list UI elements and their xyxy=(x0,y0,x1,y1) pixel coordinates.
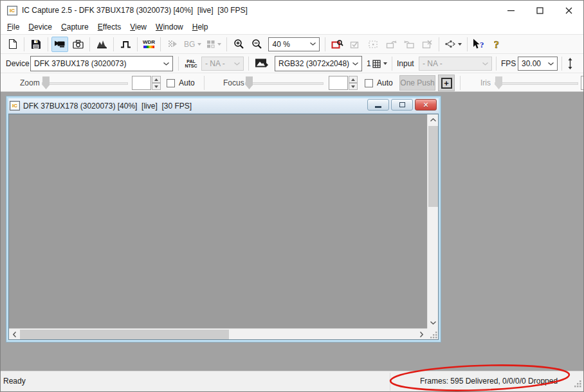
zoom-out-button[interactable] xyxy=(248,37,265,52)
snap-image-button[interactable] xyxy=(69,37,86,52)
zoom-in-button[interactable] xyxy=(230,37,247,52)
menu-view[interactable]: View xyxy=(125,21,151,33)
zoom-auto-checkbox[interactable] xyxy=(167,79,175,87)
separator xyxy=(137,37,138,51)
scroll-left-icon xyxy=(13,332,16,337)
separator xyxy=(204,76,205,90)
new-document-icon xyxy=(8,39,17,49)
focus-slider[interactable] xyxy=(245,75,324,91)
toolbar-resize-handle[interactable] xyxy=(567,58,574,71)
spin-up-button[interactable] xyxy=(349,76,358,83)
zoom-out-icon xyxy=(251,39,262,49)
separator xyxy=(467,37,468,51)
device-combobox[interactable]: DFK 37BUX178 (3020073) xyxy=(30,56,173,71)
horizontal-scroll-thumb[interactable] xyxy=(20,330,229,339)
zoom-level-combobox[interactable]: 40 % xyxy=(268,37,320,51)
window-resize-grip[interactable] xyxy=(574,380,582,390)
chevron-down-icon xyxy=(163,62,169,66)
menu-device[interactable]: Device xyxy=(24,21,57,33)
focus-value-spinner xyxy=(329,76,358,90)
separator xyxy=(561,57,562,71)
separator xyxy=(325,37,325,51)
save-image-button[interactable] xyxy=(28,37,44,52)
horizontal-scrollbar[interactable] xyxy=(9,328,427,339)
chevron-down-icon xyxy=(234,62,240,66)
close-button[interactable] xyxy=(554,1,583,20)
menu-effects[interactable]: Effects xyxy=(93,21,125,33)
menu-window[interactable]: Window xyxy=(151,21,188,33)
save-icon xyxy=(31,39,41,49)
live-display-button[interactable] xyxy=(51,37,68,52)
one-push-plus-button[interactable]: + xyxy=(438,75,455,91)
scroll-right-icon xyxy=(420,332,423,337)
close-icon: ✕ xyxy=(423,102,428,109)
fps-combobox[interactable]: 30.00 xyxy=(518,57,558,71)
child-restore-button[interactable] xyxy=(391,99,413,111)
input-label: Input xyxy=(397,54,414,73)
zoom-slider-thumb[interactable] xyxy=(42,76,50,89)
selection-undo-icon xyxy=(404,40,415,49)
app-icon: IC xyxy=(7,6,17,15)
separator xyxy=(160,37,161,51)
maximize-button[interactable] xyxy=(525,1,554,20)
separator xyxy=(392,57,392,71)
image-settings-button[interactable] xyxy=(253,55,269,71)
separator xyxy=(460,76,461,90)
spin-up-button[interactable] xyxy=(152,76,161,83)
menu-capture[interactable]: Capture xyxy=(57,21,93,33)
histogram-icon xyxy=(96,39,107,49)
scroll-up-icon xyxy=(430,118,436,121)
svg-text:?: ? xyxy=(480,40,484,49)
minimize-button[interactable] xyxy=(497,1,525,20)
child-close-button[interactable]: ✕ xyxy=(415,99,437,111)
scroll-up-button[interactable] xyxy=(428,114,439,125)
new-document-button[interactable] xyxy=(4,37,21,52)
scroll-down-icon xyxy=(430,321,436,325)
child-resize-grip[interactable] xyxy=(427,328,438,339)
context-help-button[interactable]: ? xyxy=(471,37,488,52)
ic-capture-window: IC IC Capture 2.5 - DFK 37BUX178 (302007… xyxy=(0,0,584,392)
zoom-value-field[interactable] xyxy=(132,76,151,90)
selection-undo-button xyxy=(401,37,417,52)
child-minimize-button[interactable] xyxy=(367,99,389,111)
wdr-button[interactable]: WDR xyxy=(141,37,157,52)
spin-down-button[interactable] xyxy=(349,83,358,90)
zoom-slider[interactable] xyxy=(42,75,128,91)
scroll-down-button[interactable] xyxy=(428,317,439,328)
display-options-dropdown-button[interactable] xyxy=(443,37,464,52)
menu-file[interactable]: File xyxy=(3,21,24,33)
focus-slider-thumb[interactable] xyxy=(246,76,253,89)
iris-slider xyxy=(495,75,578,91)
pal-ntsc-icon: PAL NTSC xyxy=(182,54,200,73)
histogram-button[interactable] xyxy=(93,37,110,52)
window-controls xyxy=(497,1,583,20)
video-format-combobox[interactable]: RGB32 (3072x2048) xyxy=(275,56,362,71)
camera-view xyxy=(9,114,427,328)
vertical-scroll-thumb[interactable] xyxy=(428,126,438,207)
focus-value-field[interactable] xyxy=(329,76,348,90)
child-window-controls: ✕ xyxy=(367,99,437,111)
binning-dropdown-button[interactable]: 1 xyxy=(365,56,389,71)
vertical-scrollbar[interactable] xyxy=(427,114,438,328)
status-frames-text: Frames: 595 Delivered, 0/0/0/0 Dropped xyxy=(420,371,558,391)
zoom-auto-label: Auto xyxy=(179,73,195,93)
layout-grid-dropdown-button xyxy=(205,37,223,52)
focus-label: Focus xyxy=(223,73,244,93)
resize-grip-icon xyxy=(574,380,582,388)
separator xyxy=(248,57,249,71)
trigger-button[interactable] xyxy=(117,37,134,52)
scroll-right-button[interactable] xyxy=(416,329,427,340)
help-icon: ? xyxy=(493,39,502,50)
iris-value-spinner xyxy=(581,76,584,90)
scroll-left-button[interactable] xyxy=(9,329,20,340)
status-divider xyxy=(390,373,390,391)
spin-down-button[interactable] xyxy=(152,83,161,90)
about-button[interactable]: ? xyxy=(489,37,506,52)
child-window-title: DFK 37BUX178 (3020073) [40%] [live] [30 … xyxy=(23,102,192,111)
menu-help[interactable]: Help xyxy=(188,21,213,33)
chevron-down-icon xyxy=(482,62,488,66)
focus-auto-checkbox[interactable] xyxy=(365,79,373,87)
zoom-label: Zoom xyxy=(20,73,40,93)
zoom-selection-button[interactable] xyxy=(329,37,345,52)
video-camera-icon xyxy=(54,40,66,49)
